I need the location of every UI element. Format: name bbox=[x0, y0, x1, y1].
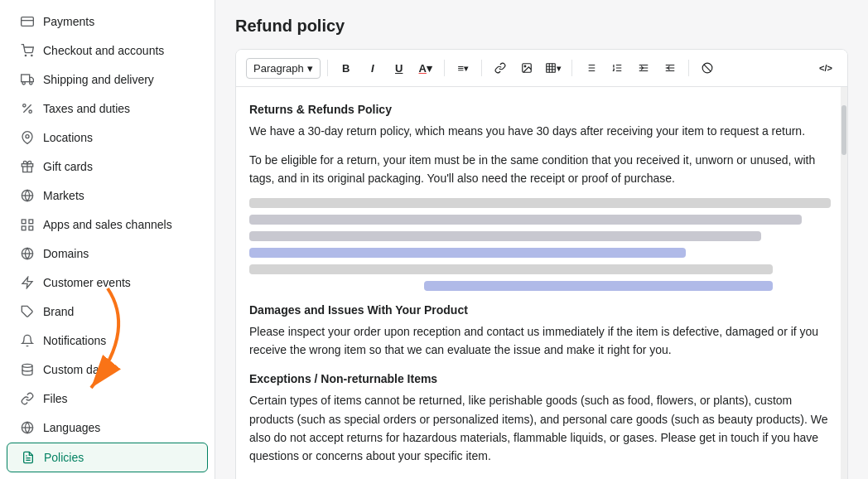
font-color-button[interactable]: A ▾ bbox=[414, 56, 437, 80]
section-para-3-0: Certain types of items cannot be returne… bbox=[249, 391, 831, 466]
sidebar-item-domains[interactable]: Domains bbox=[7, 240, 208, 268]
bold-button[interactable]: B bbox=[335, 56, 358, 80]
svg-point-31 bbox=[524, 65, 526, 67]
sidebar-item-checkout[interactable]: Checkout and accounts bbox=[7, 36, 208, 65]
sidebar-item-label: Markets bbox=[43, 189, 84, 202]
locations-icon bbox=[20, 130, 35, 145]
sidebar-item-label: Gift cards bbox=[43, 160, 93, 173]
svg-rect-17 bbox=[29, 220, 33, 224]
editor-scrollbar[interactable] bbox=[841, 87, 847, 479]
svg-line-8 bbox=[23, 104, 31, 112]
main-content: Refund policy Paragraph ▾ B I U A ▾ ≡▾ bbox=[215, 0, 868, 479]
markets-icon bbox=[20, 188, 35, 203]
sidebar-item-apps[interactable]: Apps and sales channels bbox=[7, 210, 208, 239]
svg-point-11 bbox=[26, 135, 29, 138]
sidebar-item-label: Checkout and accounts bbox=[43, 44, 164, 57]
sidebar-item-label: Notifications bbox=[43, 334, 106, 347]
clear-formatting-button[interactable] bbox=[696, 56, 719, 80]
sidebar-item-taxes[interactable]: Taxes and duties bbox=[7, 94, 208, 123]
sidebar-item-shipping[interactable]: Shipping and delivery bbox=[7, 65, 208, 94]
svg-point-2 bbox=[25, 55, 26, 56]
svg-marker-22 bbox=[22, 277, 32, 288]
image-button[interactable] bbox=[515, 56, 538, 80]
svg-point-7 bbox=[30, 82, 32, 85]
svg-rect-0 bbox=[22, 17, 34, 27]
italic-button[interactable]: I bbox=[361, 56, 384, 80]
sidebar-item-label: Languages bbox=[43, 421, 100, 434]
toolbar-divider-1 bbox=[327, 60, 328, 76]
sidebar-item-label: Locations bbox=[43, 131, 93, 144]
policies-icon bbox=[21, 450, 36, 465]
svg-point-6 bbox=[22, 82, 25, 85]
checkout-icon bbox=[20, 43, 35, 58]
sidebar-item-brand[interactable]: Brand bbox=[7, 298, 208, 326]
section-heading-3: Exceptions / Non-returnable Items bbox=[249, 370, 831, 388]
customerevents-icon bbox=[20, 275, 35, 290]
editor-card: Paragraph ▾ B I U A ▾ ≡▾ bbox=[235, 49, 848, 479]
sidebar-item-label: Files bbox=[43, 392, 68, 405]
languages-icon bbox=[20, 420, 35, 435]
toolbar-divider-4 bbox=[571, 60, 572, 76]
giftcards-icon bbox=[20, 159, 35, 174]
shipping-icon bbox=[20, 72, 35, 87]
section-para-1-0: We have a 30-day return policy, which me… bbox=[249, 122, 831, 140]
brand-icon bbox=[20, 304, 35, 319]
sidebar-item-label: Apps and sales channels bbox=[43, 218, 172, 231]
editor-toolbar: Paragraph ▾ B I U A ▾ ≡▾ bbox=[236, 50, 847, 87]
outdent-button[interactable] bbox=[658, 56, 682, 80]
link-button[interactable] bbox=[489, 56, 512, 80]
sidebar-item-policies[interactable]: Policies bbox=[7, 443, 208, 472]
svg-point-9 bbox=[23, 104, 26, 107]
sidebar-item-label: Payments bbox=[43, 15, 94, 28]
svg-rect-19 bbox=[22, 226, 26, 230]
svg-rect-16 bbox=[22, 220, 26, 224]
svg-rect-4 bbox=[22, 75, 30, 82]
editor-body[interactable]: Returns & Refunds Policy We have a 30-da… bbox=[236, 87, 847, 479]
sidebar-item-markets[interactable]: Markets bbox=[7, 181, 208, 210]
source-button[interactable]: </> bbox=[814, 56, 837, 80]
align-button[interactable]: ≡▾ bbox=[451, 56, 475, 80]
blurred-content-block bbox=[249, 198, 831, 291]
sidebar-item-languages[interactable]: Languages bbox=[7, 414, 208, 442]
notifications-icon bbox=[20, 333, 35, 348]
files-icon bbox=[20, 391, 35, 406]
taxes-icon bbox=[20, 101, 35, 116]
indent-button[interactable] bbox=[632, 56, 655, 80]
sidebar-item-label: Policies bbox=[44, 451, 84, 464]
section-heading-2: Damages and Issues With Your Product bbox=[249, 301, 831, 319]
section-heading-1: Returns & Refunds Policy bbox=[249, 100, 831, 119]
sidebar-item-files[interactable]: Files bbox=[7, 385, 208, 413]
payments-icon bbox=[20, 14, 35, 29]
sidebar-item-customdata[interactable]: Custom data bbox=[7, 356, 208, 384]
bullet-list-button[interactable] bbox=[579, 56, 602, 80]
paragraph-select[interactable]: Paragraph ▾ bbox=[246, 58, 321, 79]
editor-body-wrapper: Returns & Refunds Policy We have a 30-da… bbox=[236, 87, 847, 479]
sidebar: Payments Checkout and accounts Shipping … bbox=[0, 0, 215, 479]
section-para-2-0: Please inspect your order upon reception… bbox=[249, 322, 831, 360]
svg-point-24 bbox=[22, 364, 32, 367]
sidebar-item-locations[interactable]: Locations bbox=[7, 123, 208, 152]
sidebar-item-giftcards[interactable]: Gift cards bbox=[7, 152, 208, 181]
page-title: Refund policy bbox=[235, 17, 848, 36]
editor-scrollbar-thumb[interactable] bbox=[841, 105, 846, 155]
sidebar-item-label: Taxes and duties bbox=[43, 102, 130, 115]
underline-button[interactable]: U bbox=[388, 56, 411, 80]
apps-icon bbox=[20, 217, 35, 232]
sidebar-item-label: Customer events bbox=[43, 276, 131, 289]
sidebar-item-label: Shipping and delivery bbox=[43, 73, 154, 86]
sidebar-item-customerevents[interactable]: Customer events bbox=[7, 269, 208, 297]
svg-rect-18 bbox=[29, 226, 33, 230]
toolbar-divider-2 bbox=[444, 60, 445, 76]
section-heading-4: Exchanges / Replacements bbox=[249, 476, 831, 479]
sidebar-item-payments[interactable]: Payments bbox=[7, 7, 208, 36]
toolbar-divider-5 bbox=[688, 60, 689, 76]
section-para-1-1: To be eligible for a return, your item m… bbox=[249, 151, 831, 188]
toolbar-divider-3 bbox=[481, 60, 482, 76]
sidebar-item-label: Domains bbox=[43, 247, 89, 260]
svg-point-3 bbox=[31, 55, 32, 56]
numbered-list-button[interactable] bbox=[605, 56, 629, 80]
table-button[interactable]: ▾ bbox=[542, 56, 565, 80]
svg-point-10 bbox=[29, 110, 31, 113]
sidebar-item-notifications[interactable]: Notifications bbox=[7, 327, 208, 355]
svg-rect-32 bbox=[547, 64, 556, 73]
